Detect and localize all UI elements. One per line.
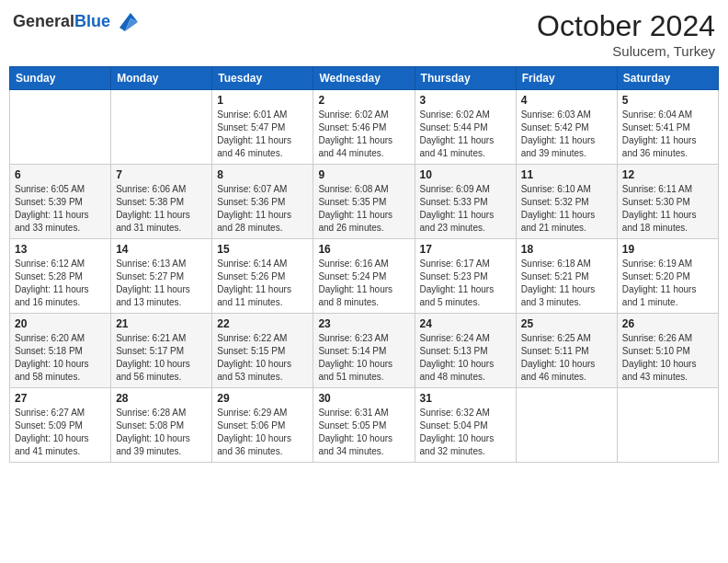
day-info: Sunrise: 6:11 AMSunset: 5:30 PMDaylight:… [622, 183, 713, 235]
day-number: 22 [217, 317, 308, 330]
logo-icon [112, 9, 138, 35]
calendar-cell [617, 388, 718, 463]
calendar-cell: 21Sunrise: 6:21 AMSunset: 5:17 PMDayligh… [111, 314, 212, 388]
page-header: GeneralBlue October 2024 Sulucem, Turkey [9, 9, 719, 59]
day-number: 16 [318, 243, 409, 256]
day-number: 20 [15, 317, 106, 330]
calendar-cell: 6Sunrise: 6:05 AMSunset: 5:39 PMDaylight… [10, 165, 111, 239]
calendar-cell: 26Sunrise: 6:26 AMSunset: 5:10 PMDayligh… [617, 314, 718, 388]
day-info: Sunrise: 6:03 AMSunset: 5:42 PMDaylight:… [521, 109, 612, 160]
calendar-week-row: 1Sunrise: 6:01 AMSunset: 5:47 PMDaylight… [10, 90, 719, 165]
day-info: Sunrise: 6:09 AMSunset: 5:33 PMDaylight:… [420, 183, 511, 235]
day-info: Sunrise: 6:16 AMSunset: 5:24 PMDaylight:… [318, 258, 409, 309]
day-info: Sunrise: 6:13 AMSunset: 5:27 PMDaylight:… [116, 258, 207, 309]
calendar-week-row: 13Sunrise: 6:12 AMSunset: 5:28 PMDayligh… [10, 239, 719, 314]
day-info: Sunrise: 6:32 AMSunset: 5:04 PMDaylight:… [420, 407, 511, 458]
day-info: Sunrise: 6:17 AMSunset: 5:23 PMDaylight:… [420, 258, 511, 309]
calendar-cell [111, 90, 212, 165]
day-info: Sunrise: 6:05 AMSunset: 5:39 PMDaylight:… [15, 183, 106, 235]
calendar-cell: 1Sunrise: 6:01 AMSunset: 5:47 PMDaylight… [212, 90, 313, 165]
calendar-table: SundayMondayTuesdayWednesdayThursdayFrid… [9, 66, 719, 463]
day-info: Sunrise: 6:24 AMSunset: 5:13 PMDaylight:… [420, 332, 511, 384]
calendar-cell: 28Sunrise: 6:28 AMSunset: 5:08 PMDayligh… [111, 388, 212, 463]
calendar-cell: 19Sunrise: 6:19 AMSunset: 5:20 PMDayligh… [617, 239, 718, 314]
day-info: Sunrise: 6:29 AMSunset: 5:06 PMDaylight:… [217, 407, 308, 458]
day-info: Sunrise: 6:19 AMSunset: 5:20 PMDaylight:… [622, 258, 713, 309]
day-info: Sunrise: 6:07 AMSunset: 5:36 PMDaylight:… [217, 183, 308, 235]
calendar-cell: 24Sunrise: 6:24 AMSunset: 5:13 PMDayligh… [415, 314, 516, 388]
day-number: 17 [420, 243, 511, 256]
day-number: 2 [318, 94, 409, 107]
calendar-cell: 5Sunrise: 6:04 AMSunset: 5:41 PMDaylight… [617, 90, 718, 165]
day-info: Sunrise: 6:22 AMSunset: 5:15 PMDaylight:… [217, 332, 308, 384]
day-number: 30 [318, 392, 409, 405]
calendar-cell: 25Sunrise: 6:25 AMSunset: 5:11 PMDayligh… [516, 314, 617, 388]
day-number: 29 [217, 392, 308, 405]
logo: GeneralBlue [13, 9, 138, 35]
day-number: 23 [318, 317, 409, 330]
calendar-cell: 3Sunrise: 6:02 AMSunset: 5:44 PMDaylight… [415, 90, 516, 165]
day-number: 9 [318, 168, 409, 181]
location: Sulucem, Turkey [537, 43, 715, 59]
day-number: 14 [116, 243, 207, 256]
calendar-header-friday: Friday [516, 67, 617, 90]
day-number: 8 [217, 168, 308, 181]
day-number: 1 [217, 94, 308, 107]
day-number: 31 [420, 392, 511, 405]
day-info: Sunrise: 6:20 AMSunset: 5:18 PMDaylight:… [15, 332, 106, 384]
calendar-header-wednesday: Wednesday [313, 67, 415, 90]
calendar-cell: 22Sunrise: 6:22 AMSunset: 5:15 PMDayligh… [212, 314, 313, 388]
calendar-cell: 10Sunrise: 6:09 AMSunset: 5:33 PMDayligh… [415, 165, 516, 239]
day-number: 13 [15, 243, 106, 256]
calendar-cell: 8Sunrise: 6:07 AMSunset: 5:36 PMDaylight… [212, 165, 313, 239]
calendar-week-row: 6Sunrise: 6:05 AMSunset: 5:39 PMDaylight… [10, 165, 719, 239]
day-number: 12 [622, 168, 713, 181]
calendar-cell: 9Sunrise: 6:08 AMSunset: 5:35 PMDaylight… [313, 165, 415, 239]
calendar-cell [10, 90, 111, 165]
logo-text: GeneralBlue [13, 13, 110, 31]
day-info: Sunrise: 6:23 AMSunset: 5:14 PMDaylight:… [318, 332, 409, 384]
day-info: Sunrise: 6:21 AMSunset: 5:17 PMDaylight:… [116, 332, 207, 384]
day-number: 19 [622, 243, 713, 256]
calendar-header-row: SundayMondayTuesdayWednesdayThursdayFrid… [10, 67, 719, 90]
day-info: Sunrise: 6:28 AMSunset: 5:08 PMDaylight:… [116, 407, 207, 458]
day-info: Sunrise: 6:10 AMSunset: 5:32 PMDaylight:… [521, 183, 612, 235]
day-number: 26 [622, 317, 713, 330]
calendar-cell: 12Sunrise: 6:11 AMSunset: 5:30 PMDayligh… [617, 165, 718, 239]
day-number: 18 [521, 243, 612, 256]
calendar-cell: 13Sunrise: 6:12 AMSunset: 5:28 PMDayligh… [10, 239, 111, 314]
day-info: Sunrise: 6:02 AMSunset: 5:44 PMDaylight:… [420, 109, 511, 160]
calendar-cell: 15Sunrise: 6:14 AMSunset: 5:26 PMDayligh… [212, 239, 313, 314]
day-info: Sunrise: 6:26 AMSunset: 5:10 PMDaylight:… [622, 332, 713, 384]
day-number: 10 [420, 168, 511, 181]
calendar-header-sunday: Sunday [10, 67, 111, 90]
calendar-cell: 18Sunrise: 6:18 AMSunset: 5:21 PMDayligh… [516, 239, 617, 314]
calendar-header-thursday: Thursday [415, 67, 516, 90]
day-number: 15 [217, 243, 308, 256]
logo-general: General [13, 12, 74, 30]
calendar-cell: 17Sunrise: 6:17 AMSunset: 5:23 PMDayligh… [415, 239, 516, 314]
day-info: Sunrise: 6:14 AMSunset: 5:26 PMDaylight:… [217, 258, 308, 309]
day-info: Sunrise: 6:31 AMSunset: 5:05 PMDaylight:… [318, 407, 409, 458]
calendar-cell: 20Sunrise: 6:20 AMSunset: 5:18 PMDayligh… [10, 314, 111, 388]
day-number: 21 [116, 317, 207, 330]
calendar-cell: 23Sunrise: 6:23 AMSunset: 5:14 PMDayligh… [313, 314, 415, 388]
calendar-cell: 14Sunrise: 6:13 AMSunset: 5:27 PMDayligh… [111, 239, 212, 314]
day-number: 7 [116, 168, 207, 181]
calendar-cell: 11Sunrise: 6:10 AMSunset: 5:32 PMDayligh… [516, 165, 617, 239]
title-block: October 2024 Sulucem, Turkey [537, 9, 715, 59]
calendar-week-row: 20Sunrise: 6:20 AMSunset: 5:18 PMDayligh… [10, 314, 719, 388]
day-number: 11 [521, 168, 612, 181]
day-info: Sunrise: 6:04 AMSunset: 5:41 PMDaylight:… [622, 109, 713, 160]
day-number: 6 [15, 168, 106, 181]
logo-blue: Blue [74, 12, 110, 30]
day-number: 27 [15, 392, 106, 405]
day-info: Sunrise: 6:06 AMSunset: 5:38 PMDaylight:… [116, 183, 207, 235]
calendar-week-row: 27Sunrise: 6:27 AMSunset: 5:09 PMDayligh… [10, 388, 719, 463]
calendar-cell: 4Sunrise: 6:03 AMSunset: 5:42 PMDaylight… [516, 90, 617, 165]
day-number: 25 [521, 317, 612, 330]
calendar-cell [516, 388, 617, 463]
day-info: Sunrise: 6:18 AMSunset: 5:21 PMDaylight:… [521, 258, 612, 309]
day-number: 4 [521, 94, 612, 107]
calendar-cell: 31Sunrise: 6:32 AMSunset: 5:04 PMDayligh… [415, 388, 516, 463]
